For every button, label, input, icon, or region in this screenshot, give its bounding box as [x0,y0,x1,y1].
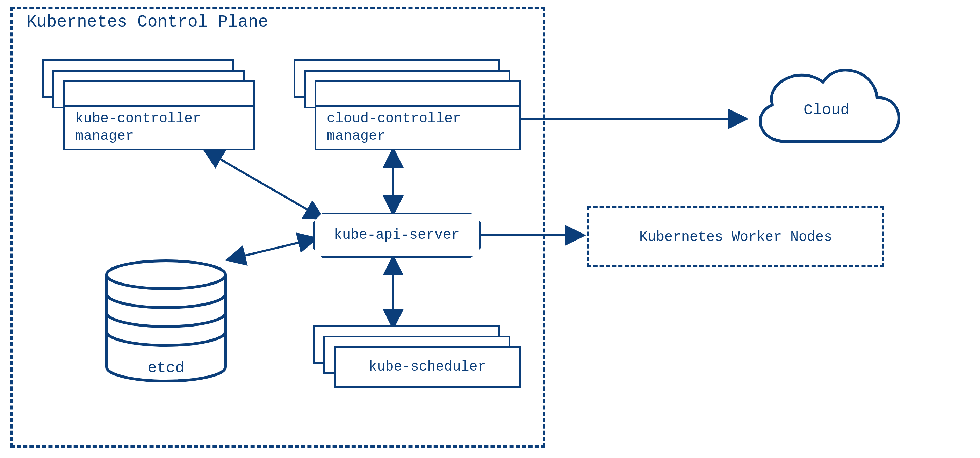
etcd-label: etcd [148,359,185,377]
kube-api-server-node: kube-api-server [313,212,480,258]
worker-nodes-group: Kubernetes Worker Nodes [587,206,884,268]
worker-nodes-label: Kubernetes Worker Nodes [639,229,832,245]
cloud-controller-manager-node: cloud-controller manager [294,59,514,150]
kube-controller-manager-label: kube-controller manager [75,110,201,145]
diagram-stage: Kubernetes Control Plane kube-controller… [0,0,980,458]
svg-point-0 [107,261,226,289]
kube-api-server-label: kube-api-server [334,227,460,244]
cloud-controller-manager-label: cloud-controller manager [327,110,461,145]
kube-controller-manager-node: kube-controller manager [42,59,248,150]
kube-scheduler-label: kube-scheduler [368,358,486,376]
cloud-node: Cloud [745,51,909,163]
cloud-label: Cloud [803,101,850,119]
control-plane-title: Kubernetes Control Plane [27,13,268,32]
etcd-node: etcd [103,259,229,385]
kube-scheduler-node: kube-scheduler [313,325,514,402]
